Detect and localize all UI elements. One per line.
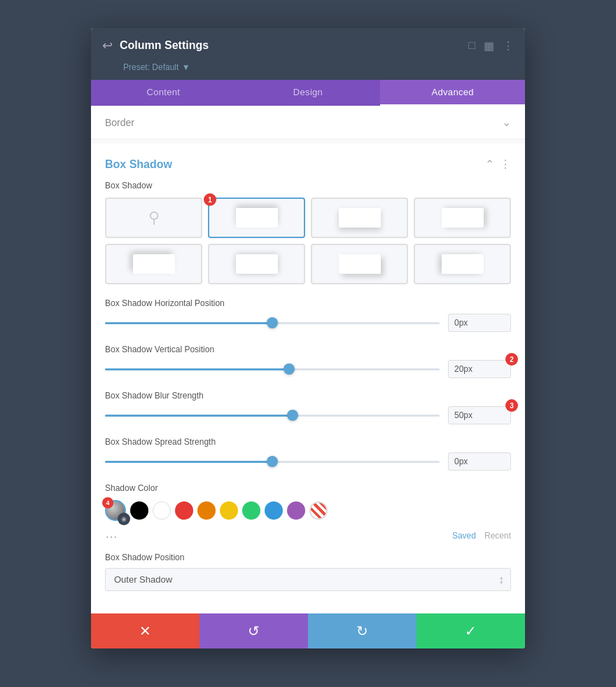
- slider-horizontal-fill: [105, 322, 272, 324]
- shadow-preview-left: [442, 254, 484, 274]
- recent-colors-tab[interactable]: Recent: [484, 531, 511, 541]
- shadow-preview-br: [339, 254, 381, 274]
- shadow-option-br[interactable]: [311, 244, 408, 284]
- shadow-option-none[interactable]: ⚲: [105, 197, 202, 238]
- slider-vertical-fill: [105, 368, 289, 370]
- color-swatch-striped[interactable]: [309, 501, 328, 520]
- color-swatch-black[interactable]: [130, 501, 148, 520]
- slider-blur-thumb[interactable]: [287, 410, 298, 421]
- color-badge-4: 4: [102, 497, 113, 508]
- slider-vertical: Box Shadow Vertical Position 2: [105, 345, 511, 378]
- slider-horizontal-thumb[interactable]: [267, 317, 278, 328]
- save-button[interactable]: ✓: [416, 613, 525, 648]
- back-arrow-icon[interactable]: ↩: [102, 38, 113, 53]
- tabs-bar: Content Design Advanced: [91, 80, 525, 106]
- slider-blur-fill: [105, 415, 293, 417]
- active-color-swatch[interactable]: 4 ◉: [105, 500, 126, 521]
- slider-vertical-track-wrap[interactable]: [105, 362, 440, 376]
- color-swatch-purple[interactable]: [287, 501, 305, 520]
- color-swatch-red[interactable]: [175, 501, 193, 520]
- box-shadow-header: Box Shadow ⌃ ⋮: [105, 158, 511, 171]
- color-swatch-white[interactable]: [153, 501, 171, 520]
- slider-blur-label: Box Shadow Blur Strength: [105, 391, 511, 401]
- slider-horizontal-label: Box Shadow Horizontal Position: [105, 298, 511, 308]
- redo-button[interactable]: ↻: [308, 613, 416, 648]
- reset-icon: ↺: [248, 623, 260, 639]
- shadow-preview-right: [442, 208, 484, 228]
- shadow-position-label: Box Shadow Position: [105, 553, 511, 562]
- shadow-preview-bottom: [339, 208, 381, 228]
- box-shadow-field-label: Box Shadow: [105, 181, 511, 190]
- shadow-option-right[interactable]: [414, 197, 511, 238]
- shadow-option-top[interactable]: 1: [208, 197, 305, 238]
- eyedropper-icon: ◉: [118, 513, 130, 525]
- slider-spread-track-wrap[interactable]: [105, 454, 440, 469]
- preset-arrow-icon[interactable]: ▼: [182, 62, 190, 72]
- slider-blur-controls: 3: [105, 406, 511, 424]
- slider-horizontal-track-wrap[interactable]: [105, 316, 440, 330]
- slider-vertical-thumb[interactable]: [284, 363, 295, 375]
- columns-icon[interactable]: ▦: [484, 39, 494, 53]
- box-shadow-title: Box Shadow: [105, 158, 172, 171]
- slider-spread-track: [105, 461, 440, 463]
- slider-spread-thumb[interactable]: [267, 456, 278, 467]
- box-shadow-section: Box Shadow ⌃ ⋮ Box Shadow ⚲ 1: [91, 144, 525, 613]
- tab-content[interactable]: Content: [91, 80, 236, 106]
- cancel-button[interactable]: ✕: [91, 613, 200, 648]
- no-shadow-icon: ⚲: [148, 209, 160, 227]
- slider-spread-input[interactable]: [448, 452, 511, 471]
- more-colors-icon[interactable]: …: [105, 527, 119, 541]
- preset-selector[interactable]: Preset: Default: [123, 62, 178, 72]
- slider-blur-track-wrap[interactable]: [105, 408, 440, 422]
- shadow-option-tl[interactable]: [105, 244, 202, 284]
- fullscreen-icon[interactable]: □: [468, 39, 475, 52]
- slider-badge-2: 2: [505, 353, 518, 366]
- cancel-icon: ✕: [139, 623, 151, 639]
- shadow-preview-all: [236, 254, 278, 274]
- slider-vertical-controls: 2: [105, 360, 511, 378]
- saved-colors-tab[interactable]: Saved: [452, 531, 476, 541]
- color-swatch-blue[interactable]: [265, 501, 283, 520]
- slider-horizontal-track: [105, 322, 440, 324]
- shadow-position-select-wrap: Outer Shadow Inner Shadow ↕: [105, 568, 511, 591]
- tab-design[interactable]: Design: [236, 80, 381, 106]
- slider-blur-input-wrap: 3: [448, 406, 511, 424]
- shadow-option-left[interactable]: [414, 244, 511, 284]
- tab-advanced[interactable]: Advanced: [380, 80, 525, 106]
- slider-vertical-input-wrap: 2: [448, 360, 511, 378]
- slider-horizontal-input-wrap: [448, 314, 511, 332]
- border-collapse-arrow-icon[interactable]: ⌄: [502, 116, 511, 129]
- shadow-option-all[interactable]: [208, 244, 305, 284]
- box-shadow-more-icon[interactable]: ⋮: [500, 158, 511, 171]
- redo-icon: ↻: [356, 623, 368, 639]
- slider-blur-track: [105, 415, 440, 417]
- panel-title: Column Settings: [120, 39, 209, 52]
- slider-horizontal-input[interactable]: [448, 314, 511, 332]
- sliders-container: Box Shadow Horizontal Position Box Shado…: [105, 298, 511, 471]
- shadow-option-bottom[interactable]: [311, 197, 408, 238]
- slider-badge-3: 3: [505, 399, 518, 412]
- slider-horizontal: Box Shadow Horizontal Position: [105, 298, 511, 332]
- border-section-header[interactable]: Border ⌄: [91, 106, 525, 139]
- color-swatches-row: 4 ◉: [105, 500, 511, 521]
- slider-spread-fill: [105, 461, 272, 463]
- slider-blur-input[interactable]: [448, 406, 511, 424]
- color-swatch-yellow[interactable]: [220, 501, 238, 520]
- slider-vertical-track: [105, 368, 440, 370]
- slider-spread-controls: [105, 452, 511, 471]
- slider-vertical-input[interactable]: [448, 360, 511, 378]
- box-shadow-header-icons: ⌃ ⋮: [485, 158, 511, 171]
- color-swatch-orange[interactable]: [197, 501, 216, 520]
- shadow-position-select[interactable]: Outer Shadow Inner Shadow: [105, 568, 511, 591]
- shadow-color-section: Shadow Color 4 ◉: [105, 483, 511, 541]
- shadow-preview-top: [236, 208, 278, 228]
- reset-button[interactable]: ↺: [200, 613, 308, 648]
- box-shadow-collapse-icon[interactable]: ⌃: [485, 158, 494, 171]
- more-options-icon[interactable]: ⋮: [503, 39, 514, 53]
- shadow-color-label: Shadow Color: [105, 483, 511, 493]
- header-left: ↩ Column Settings: [102, 38, 209, 53]
- color-dots-row: … Saved Recent: [105, 527, 511, 541]
- slider-horizontal-controls: [105, 314, 511, 332]
- color-swatch-green[interactable]: [242, 501, 260, 520]
- header-right: □ ▦ ⋮: [468, 39, 514, 53]
